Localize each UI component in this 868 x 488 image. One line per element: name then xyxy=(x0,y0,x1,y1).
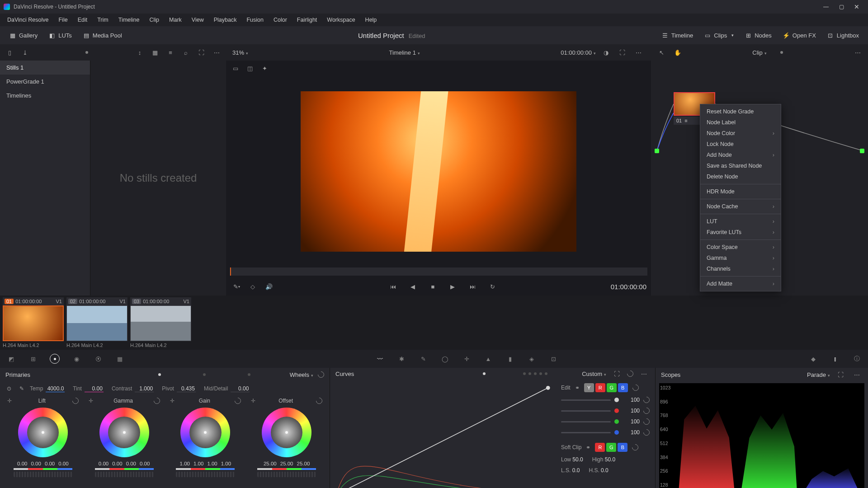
clip-03[interactable]: 0301:00:00:00V1H.264 Main L4.2 xyxy=(130,297,191,348)
context-node-color[interactable]: Node Color xyxy=(700,128,781,139)
loop-button[interactable]: ↻ xyxy=(486,281,498,292)
jog-offset[interactable] xyxy=(257,472,316,477)
timeline-toggle[interactable]: ☰Timeline xyxy=(657,30,698,41)
link-icon[interactable]: ⚭ xyxy=(586,444,590,450)
wheel-lift[interactable] xyxy=(18,408,68,457)
context-channels[interactable]: Channels xyxy=(700,263,781,274)
reset-icon[interactable] xyxy=(642,395,651,404)
close-button[interactable]: ✕ xyxy=(849,2,864,12)
prev-clip-button[interactable]: ⏮ xyxy=(387,281,399,292)
softclip-channel-green[interactable]: G xyxy=(606,443,616,452)
blur-tab[interactable]: ▮ xyxy=(505,354,515,364)
reset-icon[interactable] xyxy=(631,443,640,452)
gallery-toggle[interactable]: ▦Gallery xyxy=(5,30,42,41)
node-options-button[interactable]: ⋯ xyxy=(852,47,863,58)
context-color-space[interactable]: Color Space xyxy=(700,242,781,253)
color-warper-tab[interactable]: ✱ xyxy=(396,354,406,364)
motion-effects-tab[interactable]: ▦ xyxy=(115,354,125,364)
link-icon[interactable]: ⚭ xyxy=(575,385,580,391)
clip-02[interactable]: 0201:00:00:00V1H.264 Main L4.2 xyxy=(66,297,127,348)
adjust-tint[interactable]: 0.00 xyxy=(85,385,104,392)
intensity-red[interactable]: 100 xyxy=(623,408,640,414)
primaries-mode-dropdown[interactable]: Wheels xyxy=(290,371,313,378)
gallery-item-stills[interactable]: Stills 1 xyxy=(0,61,90,75)
qualifier-tab[interactable]: ✎ xyxy=(418,354,428,364)
step-back-button[interactable]: ◀ xyxy=(407,281,419,292)
tracking-tab[interactable]: ✛ xyxy=(462,354,472,364)
curves-expand-button[interactable]: ⛶ xyxy=(611,368,623,380)
viewer-image[interactable] xyxy=(301,91,576,252)
clips-toggle[interactable]: ▭Clips▾ xyxy=(699,30,738,41)
reset-icon[interactable] xyxy=(152,396,161,405)
gallery-item-timelines[interactable]: Timelines xyxy=(0,89,90,103)
menu-davinci-resolve[interactable]: DaVinci Resolve xyxy=(3,15,53,25)
pan-tool[interactable]: ✋ xyxy=(672,47,684,58)
scopes-options-button[interactable]: ⋯ xyxy=(851,369,863,380)
page-dot[interactable] xyxy=(203,373,206,376)
grid-view-button[interactable]: ▦ xyxy=(149,47,161,58)
context-node-cache[interactable]: Node Cache xyxy=(700,201,781,212)
softclip-low[interactable]: 50.0 xyxy=(572,456,583,463)
window-tab[interactable]: ◯ xyxy=(440,354,450,364)
menu-edit[interactable]: Edit xyxy=(73,15,92,25)
menu-help[interactable]: Help xyxy=(361,15,382,25)
gallery-layout-button[interactable]: ▯ xyxy=(4,47,15,58)
stop-button[interactable]: ■ xyxy=(427,281,439,292)
context-reset-node-grade[interactable]: Reset Node Grade xyxy=(700,106,781,117)
info-button[interactable]: ⓘ xyxy=(852,354,862,364)
bypass-button[interactable]: ◑ xyxy=(600,47,612,58)
reset-icon[interactable] xyxy=(642,417,651,426)
reset-icon[interactable] xyxy=(642,406,651,415)
adjust-middetail[interactable]: 0.00 xyxy=(231,385,250,392)
wheel-gain[interactable] xyxy=(180,408,230,457)
image-wipe-button[interactable]: ▭ xyxy=(230,62,241,74)
page-dot-active[interactable] xyxy=(483,372,486,375)
openfx-toggle[interactable]: ⚡Open FX xyxy=(778,30,821,41)
menu-clip[interactable]: Clip xyxy=(145,15,164,25)
intensity-green[interactable]: 100 xyxy=(623,418,640,425)
scopes-mode-dropdown[interactable]: Parade xyxy=(807,371,830,378)
mute-button[interactable]: 🔊 xyxy=(263,281,275,292)
fullscreen-button[interactable]: ⛶ xyxy=(617,47,628,58)
search-button[interactable]: ⌕ xyxy=(180,47,192,58)
picker-icon[interactable]: ✛ xyxy=(7,398,12,404)
intensity-luma[interactable]: 100 xyxy=(623,397,640,403)
scopes-expand-button[interactable]: ⛶ xyxy=(835,369,846,380)
zoom-dropdown[interactable]: 31% xyxy=(232,49,248,56)
context-save-as-shared-node[interactable]: Save as Shared Node xyxy=(700,160,781,171)
pick-white-button[interactable]: ✎ xyxy=(17,383,26,394)
adjust-pivot[interactable]: 0.435 xyxy=(177,385,196,392)
key-tab[interactable]: ◈ xyxy=(527,354,537,364)
context-node-label[interactable]: Node Label xyxy=(700,117,781,128)
menu-timeline[interactable]: Timeline xyxy=(114,15,144,25)
highlight-button[interactable]: ✦ xyxy=(259,62,270,74)
split-screen-button[interactable]: ◫ xyxy=(244,62,256,74)
node-graph-output[interactable] xyxy=(860,149,864,153)
viewer-options-button[interactable]: ⋯ xyxy=(633,47,645,58)
reset-icon[interactable] xyxy=(642,428,651,437)
page-dot[interactable] xyxy=(248,373,250,376)
curves-tab[interactable]: 〰 xyxy=(375,354,385,364)
stills-options-button[interactable]: ⋯ xyxy=(211,47,222,58)
jog-gamma[interactable] xyxy=(95,472,154,477)
magic-mask-tab[interactable]: ▲ xyxy=(483,354,493,364)
softclip-ls[interactable]: 0.0 xyxy=(572,467,580,474)
viewer-scrubber[interactable] xyxy=(230,267,647,276)
gallery-item-powergrade[interactable]: PowerGrade 1 xyxy=(0,75,90,89)
reset-icon[interactable] xyxy=(316,370,326,379)
list-view-button[interactable]: ≡ xyxy=(165,47,176,58)
menu-playback[interactable]: Playback xyxy=(209,15,241,25)
reset-icon[interactable] xyxy=(233,396,242,405)
jog-gain[interactable] xyxy=(176,472,235,477)
reset-icon[interactable] xyxy=(71,396,80,405)
curve-channel-luma[interactable]: Y xyxy=(584,383,594,392)
maximize-button[interactable]: ▢ xyxy=(834,2,849,12)
reset-icon[interactable] xyxy=(631,383,640,392)
keyframes-button[interactable]: ◆ xyxy=(808,354,818,364)
sort-button[interactable]: ↕ xyxy=(134,47,146,58)
wheel-gamma[interactable] xyxy=(99,408,149,457)
menu-fusion[interactable]: Fusion xyxy=(242,15,268,25)
curves-mode-dropdown[interactable]: Custom xyxy=(582,371,606,377)
node-mode-dropdown[interactable]: Clip xyxy=(752,49,766,56)
context-lut[interactable]: LUT xyxy=(700,216,781,227)
